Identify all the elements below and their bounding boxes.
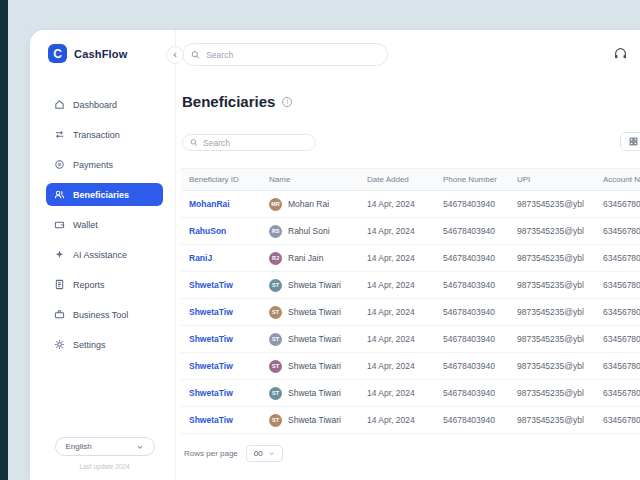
cell-account-number: 6345678034 [595, 245, 640, 272]
cell-date-added: 14 Apr, 2024 [359, 272, 435, 299]
sidebar-item-wallet[interactable]: Wallet [46, 213, 163, 236]
ai-assistance-icon [54, 249, 65, 260]
table-row[interactable]: ShwetaTiw ST Shweta Tiwari 14 Apr, 2024 … [181, 407, 640, 434]
table-row[interactable]: ShwetaTiw ST Shweta Tiwari 14 Apr, 2024 … [181, 299, 640, 326]
sidebar-collapse-button[interactable]: ‹ [166, 46, 184, 64]
cell-name: ST Shweta Tiwari [261, 299, 359, 326]
sidebar-item-beneficiaries[interactable]: Beneficiaries [46, 183, 163, 206]
table-row[interactable]: MohanRai MR Mohan Rai 14 Apr, 2024 54678… [181, 191, 640, 218]
grid-icon [629, 137, 638, 146]
app-window: C CashFlow Dashboard Transaction Payment… [30, 30, 640, 480]
sidebar-item-label: Business Tool [73, 310, 128, 320]
cell-date-added: 14 Apr, 2024 [359, 326, 435, 353]
cashflow-logo-icon: C [48, 44, 67, 63]
cell-beneficiary-id[interactable]: ShwetaTiw [181, 407, 261, 434]
name-text: Shweta Tiwari [288, 307, 341, 317]
cell-upi: 9873545235@ybl [509, 245, 595, 272]
table-row[interactable]: ShwetaTiw ST Shweta Tiwari 14 Apr, 2024 … [181, 353, 640, 380]
table-header-row: Beneficiary IDNameDate AddedPhone Number… [181, 169, 640, 191]
sidebar-item-transaction[interactable]: Transaction [46, 123, 163, 146]
transaction-icon [54, 129, 65, 140]
sidebar-footnote: Last update 2024 [46, 463, 163, 470]
table-row[interactable]: ShwetaTiw ST Shweta Tiwari 14 Apr, 2024 … [181, 380, 640, 407]
name-text: Shweta Tiwari [288, 361, 341, 371]
sidebar-item-label: Beneficiaries [73, 190, 129, 200]
cell-date-added: 14 Apr, 2024 [359, 299, 435, 326]
table-row[interactable]: RahuSon RS Rahul Soni 14 Apr, 2024 54678… [181, 218, 640, 245]
avatar: ST [269, 360, 282, 373]
rows-per-page-label: Rows per page [184, 449, 238, 458]
cell-upi: 9873545235@ybl [509, 299, 595, 326]
language-value: English [66, 442, 92, 451]
sidebar-item-reports[interactable]: Reports [46, 273, 163, 296]
cell-beneficiary-id[interactable]: MohanRai [181, 191, 261, 218]
cell-beneficiary-id[interactable]: ShwetaTiw [181, 272, 261, 299]
cell-phone-number: 54678403940 [435, 380, 509, 407]
business-tool-icon [54, 309, 65, 320]
cell-phone-number: 54678403940 [435, 245, 509, 272]
sidebar-item-settings[interactable]: Settings [46, 333, 163, 356]
cell-account-number: 6345678034 [595, 191, 640, 218]
support-headset-icon[interactable] [613, 46, 628, 65]
cell-beneficiary-id[interactable]: RaniJ [181, 245, 261, 272]
table-row[interactable]: RaniJ RJ Rani Jain 14 Apr, 2024 54678403… [181, 245, 640, 272]
app-logo: C CashFlow [46, 44, 163, 63]
sidebar-item-payments[interactable]: Payments [46, 153, 163, 176]
cell-beneficiary-id[interactable]: ShwetaTiw [181, 326, 261, 353]
avatar: ST [269, 306, 282, 319]
cell-name: ST Shweta Tiwari [261, 272, 359, 299]
cell-name: RS Rahul Soni [261, 218, 359, 245]
rows-per-page-value: 00 [254, 449, 263, 458]
show-fields-button[interactable]: Show Fields [620, 132, 640, 151]
cell-upi: 9873545235@ybl [509, 380, 595, 407]
name-text: Shweta Tiwari [288, 280, 341, 290]
name-text: Mohan Rai [288, 199, 329, 209]
language-selector[interactable]: English [55, 437, 155, 456]
payments-icon [54, 159, 65, 170]
cell-phone-number: 54678403940 [435, 218, 509, 245]
global-search[interactable] [182, 43, 388, 66]
cell-upi: 9873545235@ybl [509, 218, 595, 245]
cell-date-added: 14 Apr, 2024 [359, 245, 435, 272]
chevron-down-icon [136, 443, 144, 451]
sidebar-item-dashboard[interactable]: Dashboard [46, 93, 163, 116]
sidebar-item-business-tool[interactable]: Business Tool [46, 303, 163, 326]
column-header: Name [261, 169, 359, 191]
table-row[interactable]: ShwetaTiw ST Shweta Tiwari 14 Apr, 2024 … [181, 326, 640, 353]
search-icon [191, 50, 200, 60]
sidebar-item-label: Settings [73, 340, 106, 350]
global-search-input[interactable] [206, 50, 379, 60]
sidebar-item-label: Transaction [73, 130, 120, 140]
reports-icon [54, 279, 65, 290]
cell-upi: 9873545235@ybl [509, 272, 595, 299]
cell-name: ST Shweta Tiwari [261, 326, 359, 353]
sidebar-nav: Dashboard Transaction Payments Beneficia… [46, 93, 163, 356]
cell-phone-number: 54678403940 [435, 353, 509, 380]
info-icon[interactable]: i [282, 97, 292, 107]
name-text: Shweta Tiwari [288, 334, 341, 344]
cell-upi: 9873545235@ybl [509, 191, 595, 218]
cell-beneficiary-id[interactable]: ShwetaTiw [181, 380, 261, 407]
cell-date-added: 14 Apr, 2024 [359, 218, 435, 245]
settings-icon [54, 339, 65, 350]
cell-beneficiary-id[interactable]: ShwetaTiw [181, 299, 261, 326]
avatar: ST [269, 333, 282, 346]
avatar: ST [269, 279, 282, 292]
table-search-input[interactable] [203, 138, 308, 148]
table-row[interactable]: ShwetaTiw ST Shweta Tiwari 14 Apr, 2024 … [181, 272, 640, 299]
cell-account-number: 6345678034 [595, 380, 640, 407]
rows-per-page-select[interactable]: 00 [246, 445, 283, 462]
cell-name: ST Shweta Tiwari [261, 353, 359, 380]
column-header: Beneficiary ID [181, 169, 261, 191]
wallet-icon [54, 219, 65, 230]
cell-upi: 9873545235@ybl [509, 407, 595, 434]
cell-name: MR Mohan Rai [261, 191, 359, 218]
cell-account-number: 6345678034 [595, 353, 640, 380]
cell-beneficiary-id[interactable]: ShwetaTiw [181, 353, 261, 380]
sidebar-item-ai-assistance[interactable]: AI Assistance [46, 243, 163, 266]
app-title: CashFlow [74, 48, 128, 60]
name-text: Shweta Tiwari [288, 415, 341, 425]
cell-beneficiary-id[interactable]: RahuSon [181, 218, 261, 245]
table-search[interactable] [182, 134, 316, 151]
name-text: Rahul Soni [288, 226, 330, 236]
